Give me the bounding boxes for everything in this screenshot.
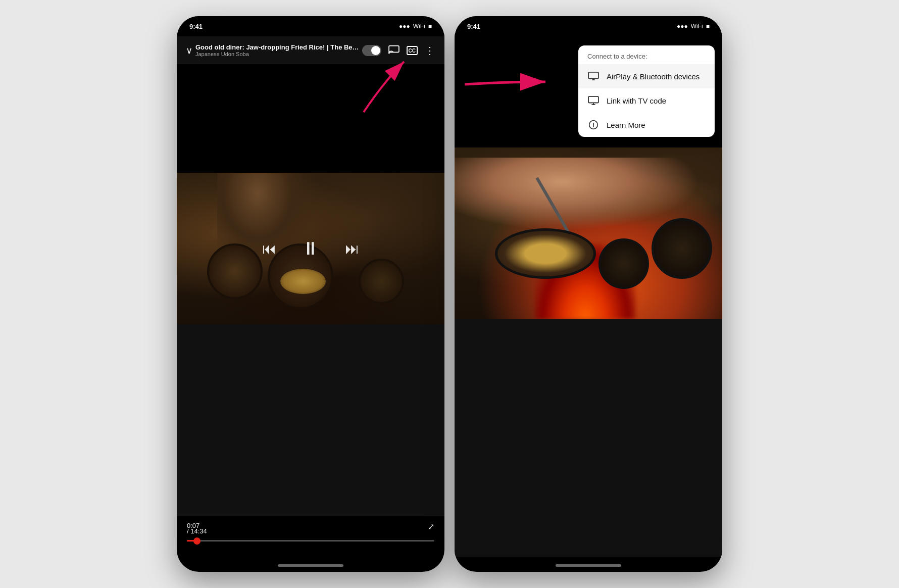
info-icon bbox=[587, 119, 600, 131]
left-black-bottom bbox=[177, 324, 444, 516]
top-bar-controls: CC ⋮ bbox=[362, 44, 435, 57]
pause-button[interactable]: ⏸ bbox=[302, 238, 320, 259]
video-subtitle: Japanese Udon Soba bbox=[195, 51, 362, 57]
learn-more-item[interactable]: Learn More bbox=[578, 113, 715, 137]
right-pan-2 bbox=[652, 218, 712, 279]
tv-code-label: Link with TV code bbox=[607, 96, 666, 105]
right-black-bottom bbox=[455, 319, 722, 557]
airplay-bluetooth-label: AirPlay & Bluetooth devices bbox=[607, 72, 700, 81]
right-video-area bbox=[455, 148, 722, 319]
left-video-area: ⏮ ⏸ ⏭ bbox=[177, 173, 444, 324]
video-title: Good old diner: Jaw-dropping Fried Rice!… bbox=[195, 43, 362, 51]
wifi-icon: WiFi bbox=[413, 23, 425, 30]
svg-rect-3 bbox=[588, 72, 598, 79]
progress-thumb[interactable] bbox=[193, 537, 201, 545]
pip-toggle-circle bbox=[371, 46, 380, 55]
skip-forward-button[interactable]: ⏭ bbox=[345, 240, 359, 257]
left-home-indicator bbox=[278, 564, 343, 567]
title-group: Good old diner: Jaw-dropping Fried Rice!… bbox=[195, 43, 362, 57]
progress-area: 0:07 ⤢ / 14:34 bbox=[177, 522, 444, 542]
left-kitchen-scene: ⏮ ⏸ ⏭ bbox=[177, 173, 444, 324]
cc-button[interactable]: CC bbox=[407, 46, 418, 55]
svg-rect-4 bbox=[588, 96, 598, 103]
right-status-bar: 9:41 ●●● WiFi ■ bbox=[455, 16, 722, 36]
left-status-icons: ●●● WiFi ■ bbox=[399, 23, 432, 30]
learn-more-label: Learn More bbox=[607, 121, 645, 129]
airplay-bluetooth-item[interactable]: AirPlay & Bluetooth devices bbox=[578, 64, 715, 88]
connect-dropdown: Connect to a device: AirPlay & Bluetooth… bbox=[578, 45, 715, 137]
right-home-indicator bbox=[556, 564, 621, 567]
right-pan-3 bbox=[598, 238, 649, 289]
right-phone: 9:41 ●●● WiFi ■ Connect to a device bbox=[455, 16, 722, 572]
battery-icon: ■ bbox=[428, 23, 432, 30]
left-phone: 9:41 ●●● WiFi ■ ∨ Good old diner: Jaw-dr… bbox=[177, 16, 444, 572]
dropdown-header: Connect to a device: bbox=[578, 45, 715, 64]
right-time: 9:41 bbox=[467, 23, 480, 30]
expand-icon[interactable]: ⤢ bbox=[428, 522, 434, 531]
more-options-button[interactable]: ⋮ bbox=[425, 44, 435, 57]
left-time: 9:41 bbox=[189, 23, 203, 30]
right-status-icons: ●●● WiFi ■ bbox=[677, 23, 710, 30]
cast-button[interactable] bbox=[388, 44, 399, 56]
right-main-pan bbox=[495, 228, 596, 279]
tv-code-icon bbox=[587, 94, 600, 107]
playback-controls: ⏮ ⏸ ⏭ bbox=[177, 173, 444, 324]
left-top-bar: ∨ Good old diner: Jaw-dropping Fried Ric… bbox=[177, 36, 444, 64]
right-kitchen-scene bbox=[455, 148, 722, 319]
total-time-row: / 14:34 bbox=[187, 527, 434, 535]
right-battery-icon: ■ bbox=[706, 23, 710, 30]
left-title-area: ∨ Good old diner: Jaw-dropping Fried Ric… bbox=[186, 43, 362, 57]
tv-code-item[interactable]: Link with TV code bbox=[578, 88, 715, 113]
left-status-bar: 9:41 ●●● WiFi ■ bbox=[177, 16, 444, 36]
left-black-top bbox=[177, 64, 444, 180]
chevron-down-icon[interactable]: ∨ bbox=[186, 45, 192, 56]
total-time: / 14:34 bbox=[187, 527, 207, 535]
signal-icon: ●●● bbox=[399, 23, 410, 30]
skip-back-button[interactable]: ⏮ bbox=[262, 240, 276, 257]
right-wifi-icon: WiFi bbox=[691, 23, 703, 30]
right-signal-icon: ●●● bbox=[677, 23, 688, 30]
pip-toggle[interactable] bbox=[362, 45, 381, 56]
progress-bar-track[interactable] bbox=[187, 540, 434, 542]
airplay-icon bbox=[587, 70, 600, 82]
